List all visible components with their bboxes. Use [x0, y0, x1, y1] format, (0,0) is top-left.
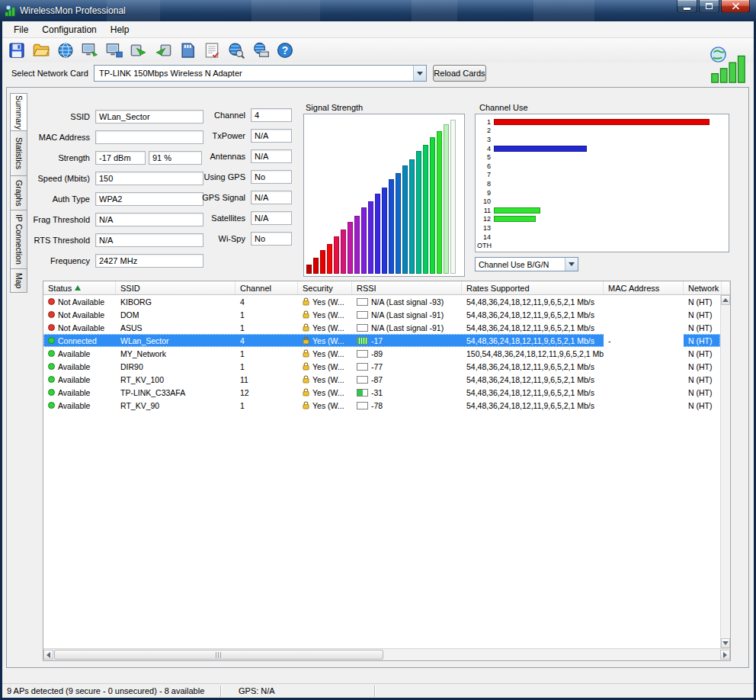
table-row[interactable]: Not AvailableDOM1Yes (W...N/A (Last sign…: [43, 308, 720, 321]
column-header-rates-supported[interactable]: Rates Supported: [462, 281, 604, 294]
scroll-right-button[interactable]: [720, 650, 730, 660]
signal-bar: [409, 159, 415, 274]
scrollbar-thumb[interactable]: [54, 650, 383, 660]
field-label: Auth Type: [10, 194, 95, 204]
channel-row: 11: [477, 206, 726, 215]
table-row[interactable]: Not AvailableKIBORG4Yes (W...N/A (Last s…: [43, 295, 720, 308]
import-arrow-icon[interactable]: [153, 41, 172, 60]
lock-icon: [303, 401, 309, 409]
status-dot-red: [48, 324, 55, 331]
network-card-label: Select Network Card: [11, 69, 88, 78]
column-header-security[interactable]: Security: [298, 281, 352, 294]
signal-meter-icon: [357, 298, 368, 306]
signal-bar: [444, 124, 449, 274]
export-arrow-icon[interactable]: [129, 41, 148, 60]
column-header-channel[interactable]: Channel: [235, 281, 298, 294]
channel-track: [494, 154, 726, 160]
network-card-dropdown[interactable]: TP-LINK 150Mbps Wireless N Adapter: [94, 65, 427, 82]
table-row[interactable]: AvailableRT_KV_901Yes (W...-7854,48,36,2…: [43, 399, 720, 412]
cell-rssi: -87: [352, 373, 462, 386]
minimize-button[interactable]: [677, 0, 697, 13]
sidebar-tab-map[interactable]: Map: [10, 268, 27, 293]
close-button[interactable]: [721, 0, 750, 13]
table-row[interactable]: AvailableTP-LINK_C33AFA12Yes (W...-3154,…: [43, 386, 720, 399]
channel-track: [494, 242, 726, 249]
cell-rates: 54,48,36,24,18,12,11,9,6,5,2,1 Mb/s: [462, 373, 604, 386]
signal-meter-icon: [357, 324, 368, 332]
channel-label: 11: [477, 207, 494, 214]
field-speed-mbits-: Speed (Mbits)150: [10, 168, 203, 188]
cell-network-type: N (HT): [684, 308, 720, 321]
field-label: Strength: [10, 153, 95, 162]
title-bar[interactable]: WirelessMon Professional: [0, 0, 756, 21]
channel-use-title: Channel Use: [479, 103, 528, 112]
cell-channel: 1: [235, 308, 298, 321]
chevron-down-icon: [413, 66, 426, 81]
menu-item-file[interactable]: File: [7, 22, 35, 37]
maximize-button[interactable]: [699, 0, 719, 13]
monitor-export-icon[interactable]: [80, 41, 99, 60]
monitor-link-icon[interactable]: [104, 41, 123, 60]
toolbar: ?: [2, 38, 754, 63]
globe-icon[interactable]: [56, 41, 75, 60]
channel-track: [494, 127, 726, 133]
column-header-ssid[interactable]: SSID: [116, 281, 235, 294]
save-icon[interactable]: [7, 41, 26, 60]
globe-search-icon[interactable]: [226, 41, 245, 60]
cell-rssi: -78: [352, 399, 462, 412]
status-dot-green: [48, 350, 55, 357]
signal-meter-icon: [357, 402, 368, 409]
channel-track: [494, 225, 726, 231]
field-value: N/A: [95, 233, 203, 247]
scroll-up-button[interactable]: [721, 295, 730, 305]
scroll-down-button[interactable]: [721, 638, 730, 648]
field-value: No: [251, 170, 292, 184]
cell-ssid: DIR90: [116, 360, 235, 373]
field-value: -17 dBm: [95, 151, 146, 165]
field-value: [95, 130, 203, 144]
menu-item-configuration[interactable]: Configuration: [35, 22, 103, 37]
table-row[interactable]: ConnectedWLan_Sector4Yes (W...-1754,48,3…: [43, 334, 720, 347]
signal-meter-icon: [357, 376, 368, 384]
open-folder-icon[interactable]: [31, 41, 50, 60]
scroll-left-button[interactable]: [43, 650, 53, 660]
table-row[interactable]: AvailableMY_Network1Yes (W...-89150,54,4…: [43, 347, 720, 360]
channel-track: [494, 172, 726, 178]
column-header-mac-address[interactable]: MAC Address: [604, 281, 684, 294]
column-header-rssi[interactable]: RSSI: [352, 281, 462, 294]
window-controls: [677, 0, 750, 13]
window-body: FileConfigurationHelp ? Select Network C…: [2, 21, 754, 698]
table-row[interactable]: Not AvailableASUS1Yes (W...N/A (Last sig…: [43, 321, 720, 334]
vertical-scrollbar[interactable]: [720, 295, 730, 648]
globe-print-icon[interactable]: [251, 41, 270, 60]
field-antennas: AntennasN/A: [190, 146, 292, 166]
memory-card-icon[interactable]: [178, 41, 197, 60]
table-row[interactable]: AvailableDIR901Yes (W...-7754,48,36,24,1…: [43, 360, 720, 373]
channel-label: 14: [477, 233, 494, 241]
reload-cards-button[interactable]: Reload Cards: [433, 65, 486, 82]
field-label: Channel: [190, 111, 251, 120]
wirelessmon-logo: [706, 44, 749, 85]
signal-bar: [334, 236, 339, 274]
signal-bar: [450, 120, 456, 274]
connection-fields-middle: Channel4TxPowerN/AAntennasN/AUsing GPSNo…: [190, 104, 292, 249]
field-value: N/A: [95, 213, 203, 226]
channel-track: [494, 234, 726, 240]
channel-label: 13: [477, 224, 494, 232]
horizontal-scrollbar[interactable]: [43, 648, 730, 660]
close-icon: [732, 2, 740, 10]
column-header-status[interactable]: Status: [43, 281, 116, 294]
table-row[interactable]: AvailableRT_KV_10011Yes (W...-8754,48,36…: [43, 373, 720, 386]
notes-icon[interactable]: [202, 41, 221, 60]
signal-bar: [437, 131, 442, 274]
signal-bar: [423, 145, 428, 274]
menu-item-help[interactable]: Help: [104, 22, 136, 37]
cell-security: Yes (W...: [298, 321, 352, 334]
channel-use-dropdown[interactable]: Channel Use B/G/N: [475, 257, 578, 271]
cell-rssi: N/A (Last signal -93): [352, 295, 462, 308]
column-header-network-typ[interactable]: Network Typ: [684, 281, 722, 294]
signal-bar: [416, 151, 421, 274]
lock-icon: [303, 336, 309, 345]
help-icon[interactable]: ?: [275, 41, 294, 60]
field-channel: Channel4: [190, 104, 292, 125]
